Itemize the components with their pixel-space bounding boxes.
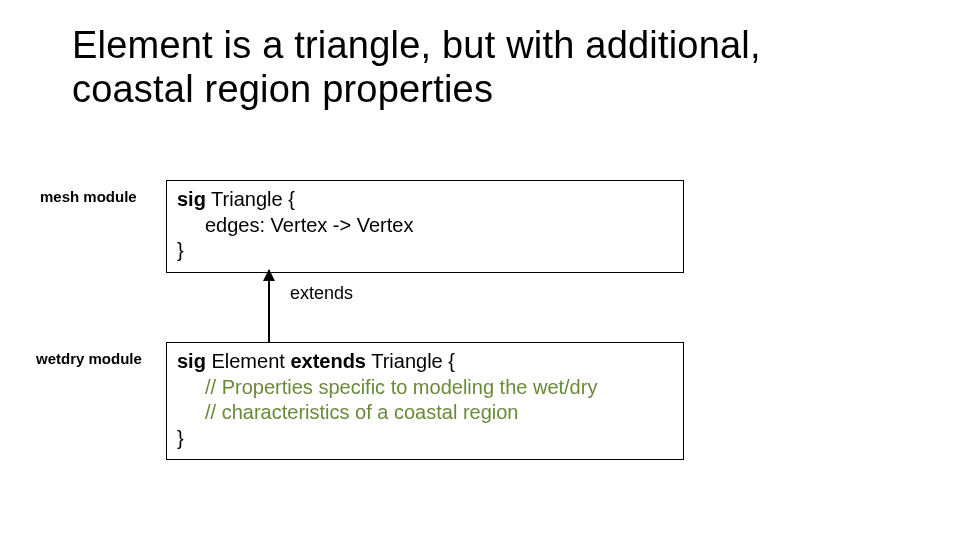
code-box-element: sig Element extends Triangle { // Proper… <box>166 342 684 460</box>
sig-name: Triangle { <box>206 188 295 210</box>
extends-label: extends <box>290 283 353 304</box>
code-comment: // Properties specific to modeling the w… <box>177 375 673 401</box>
code-box-triangle: sig Triangle { edges: Vertex -> Vertex } <box>166 180 684 273</box>
slide-title: Element is a triangle, but with addition… <box>72 24 892 111</box>
code-close: } <box>177 238 673 264</box>
keyword-extends: extends <box>290 350 366 372</box>
code-line: sig Element extends Triangle { <box>177 349 673 375</box>
keyword-sig: sig <box>177 188 206 210</box>
code-field: edges: Vertex -> Vertex <box>177 213 673 239</box>
code-line: sig Triangle { <box>177 187 673 213</box>
extends-arrow <box>268 270 270 342</box>
label-mesh-module: mesh module <box>40 188 137 205</box>
code-comment: // characteristics of a coastal region <box>177 400 673 426</box>
sig-name: Element <box>206 350 290 372</box>
slide: Element is a triangle, but with addition… <box>0 0 960 540</box>
label-wetdry-module: wetdry module <box>36 350 142 367</box>
keyword-sig: sig <box>177 350 206 372</box>
code-close: } <box>177 426 673 452</box>
sig-rest: Triangle { <box>366 350 455 372</box>
